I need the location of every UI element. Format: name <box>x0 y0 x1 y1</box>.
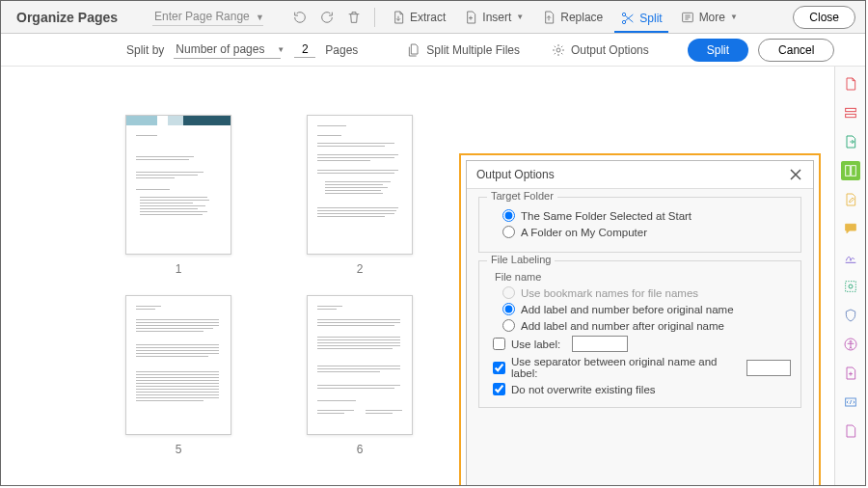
chevron-down-icon: ▼ <box>516 13 524 21</box>
check-use-separator[interactable]: Use separator between original name and … <box>493 356 791 379</box>
more-icon <box>680 10 695 25</box>
scissors-icon <box>620 11 636 26</box>
svg-point-3 <box>556 48 560 52</box>
comment-icon[interactable] <box>841 219 860 238</box>
optimize-icon[interactable] <box>841 364 860 383</box>
cancel-button[interactable]: Cancel <box>758 39 834 62</box>
group-legend: File Labeling <box>487 254 555 265</box>
content-area: 1 2 <box>1 67 865 485</box>
page-preview <box>125 295 231 435</box>
radio-other-folder[interactable]: A Folder on My Computer <box>502 226 791 238</box>
page-number: 2 <box>357 262 364 276</box>
page-count-input[interactable] <box>294 41 315 58</box>
group-legend: Target Folder <box>487 190 557 202</box>
page-preview <box>125 115 231 255</box>
split-by-label: Split by <box>126 43 164 57</box>
create-pdf-icon[interactable] <box>841 74 860 94</box>
page-preview <box>307 115 413 255</box>
split-subtoolbar: Split by Number of pages ▼ Pages Split M… <box>1 34 865 67</box>
svg-rect-8 <box>845 282 855 292</box>
svg-rect-6 <box>845 166 850 176</box>
file-labeling-group: File Labeling File name Use bookmark nam… <box>478 260 801 408</box>
insert-tool[interactable]: Insert▼ <box>457 7 529 28</box>
replace-icon <box>541 10 556 25</box>
page-thumbnail[interactable]: 2 <box>298 115 421 276</box>
file-name-label: File name <box>495 271 791 283</box>
more-tool[interactable]: More▼ <box>674 7 744 28</box>
delete-icon[interactable] <box>343 7 365 28</box>
page-number: 6 <box>357 443 364 456</box>
files-icon <box>406 42 421 58</box>
label-input[interactable] <box>572 336 628 352</box>
insert-icon <box>463 10 478 25</box>
split-multiple-files[interactable]: Split Multiple Files <box>406 42 520 58</box>
page-number: 1 <box>176 262 182 276</box>
output-options-dialog: Output Options Target Folder The Same Fo… <box>466 160 814 486</box>
replace-tool[interactable]: Replace <box>535 7 609 28</box>
protect-icon[interactable] <box>841 306 860 325</box>
check-use-label[interactable]: Use label: <box>493 336 791 352</box>
split-tool[interactable]: Split <box>614 8 667 33</box>
measure-icon[interactable] <box>841 421 860 441</box>
page-thumbnail[interactable]: 5 <box>117 295 240 456</box>
dialog-title: Output Options <box>476 168 555 181</box>
dialog-titlebar: Output Options <box>467 161 813 189</box>
page-range-select[interactable]: Enter Page Range ▼ <box>152 8 264 26</box>
split-button[interactable]: Split <box>688 39 748 62</box>
page-range-dropdown[interactable]: Enter Page Range <box>152 8 263 26</box>
organize-pages-icon[interactable] <box>841 161 860 180</box>
extract-tool[interactable]: Extract <box>385 7 451 28</box>
top-toolbar: Organize Pages Enter Page Range ▼ Extrac… <box>1 1 865 34</box>
page-preview <box>307 295 413 435</box>
svg-point-9 <box>849 285 853 288</box>
rotate-cw-icon[interactable] <box>316 7 338 28</box>
chevron-down-icon: ▼ <box>730 13 738 21</box>
right-tool-rail <box>834 67 865 485</box>
page-thumbnail[interactable]: 6 <box>298 295 421 456</box>
check-no-overwrite[interactable]: Do not overwrite existing files <box>493 383 791 395</box>
rotate-ccw-icon[interactable] <box>289 7 311 28</box>
split-by-select[interactable]: Number of pages <box>174 41 281 59</box>
redact-icon[interactable] <box>841 277 860 296</box>
radio-use-bookmark: Use bookmark names for file names <box>502 286 791 299</box>
accessibility-icon[interactable] <box>841 335 860 354</box>
edit-pdf-icon[interactable] <box>841 190 860 209</box>
app-window: Organize Pages Enter Page Range ▼ Extrac… <box>0 0 866 486</box>
svg-rect-5 <box>845 114 855 117</box>
svg-point-1 <box>623 20 626 23</box>
close-icon[interactable] <box>788 167 803 182</box>
pages-label: Pages <box>325 43 358 57</box>
separator-input[interactable] <box>746 360 791 376</box>
gear-icon <box>551 42 566 58</box>
page-number: 5 <box>176 443 182 456</box>
close-button[interactable]: Close <box>793 6 855 29</box>
dialog-body: Target Folder The Same Folder Selected a… <box>467 189 813 486</box>
divider <box>374 8 375 27</box>
svg-point-0 <box>623 13 626 15</box>
target-folder-group: Target Folder The Same Folder Selected a… <box>478 197 801 253</box>
combine-icon[interactable] <box>841 103 860 122</box>
svg-rect-7 <box>851 166 855 176</box>
output-options[interactable]: Output Options <box>551 42 649 58</box>
sign-icon[interactable] <box>841 248 860 267</box>
page-thumbnail[interactable]: 1 <box>117 115 240 276</box>
svg-rect-4 <box>845 108 855 111</box>
javascript-icon[interactable] <box>841 393 860 412</box>
radio-same-folder[interactable]: The Same Folder Selected at Start <box>502 209 791 222</box>
radio-label-before[interactable]: Add label and number before original nam… <box>502 303 791 315</box>
svg-point-11 <box>850 340 852 342</box>
export-pdf-icon[interactable] <box>841 132 860 151</box>
extract-icon <box>391 10 406 25</box>
radio-label-after[interactable]: Add label and number after original name <box>502 319 791 332</box>
panel-title: Organize Pages <box>16 10 118 25</box>
dialog-highlight: Output Options Target Folder The Same Fo… <box>459 153 821 486</box>
